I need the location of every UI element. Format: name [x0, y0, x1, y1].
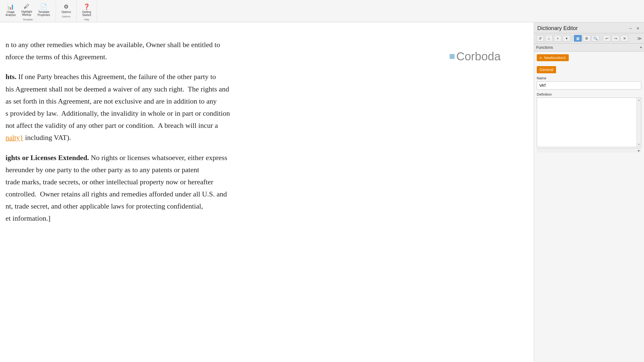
getting-started-button[interactable]: ❓ GettingStarted	[80, 2, 93, 18]
options-group-label: Options	[62, 15, 70, 18]
toolbar-redo-button[interactable]: ↪	[612, 35, 619, 42]
usage-analysis-icon: 📊	[7, 3, 14, 10]
doc-bold-rights-licenses: ights or Licenses Extended.	[6, 154, 89, 162]
definition-scrollbar: ▲ ▼	[637, 98, 641, 147]
functions-arrow-icon[interactable]: ▾	[640, 45, 642, 49]
doc-paragraph-2: hts. If one Party breaches this Agreemen…	[6, 71, 254, 144]
doc-highlight-penalty: nalty}	[6, 134, 23, 142]
highlight-markup-button[interactable]: 🖊 HighlightMarkup	[19, 2, 34, 18]
options-button[interactable]: ⚙ Options	[59, 2, 73, 15]
toolbar-add-dropdown-button[interactable]: ▾	[563, 35, 570, 42]
toolbar-separator-1	[572, 36, 572, 41]
doc-paragraph-1: n to any other remedies which may be ava…	[6, 39, 254, 63]
function-icon: fn	[540, 56, 542, 60]
functions-label: Functions	[536, 45, 553, 50]
scrollbar-down-icon[interactable]: ▼	[637, 143, 641, 146]
panel-header-icons: ─ ✕	[628, 26, 641, 31]
dictionary-editor-panel: Dictionary Editor ─ ✕ ↺ ⌂ + ▾ ▦ ⚙ 🔍 ↩ ↪ …	[534, 22, 644, 362]
toolbar-expand-icon[interactable]: ≫	[637, 36, 642, 41]
panel-header: Dictionary Editor ─ ✕	[534, 22, 644, 33]
help-group-label: Help	[84, 18, 89, 21]
function-chip-label: Newfunction1	[544, 56, 566, 60]
main-area: Corboda n to any other remedies which ma…	[0, 22, 644, 362]
toolbar-undo-button[interactable]: ↩	[603, 35, 611, 42]
template-properties-icon: 📄	[40, 3, 47, 10]
ribbon-group-options: ⚙ Options Options	[56, 1, 77, 22]
panel-content: fn Newfunction1 General Name Definition …	[534, 52, 644, 362]
usage-analysis-button[interactable]: 📊 UsageAnalysis	[3, 2, 18, 18]
options-icon: ⚙	[64, 3, 69, 10]
getting-started-icon: ❓	[83, 3, 90, 10]
toolbar-settings-button[interactable]: ⚙	[583, 35, 591, 42]
newfunction1-chip[interactable]: fn Newfunction1	[537, 54, 569, 61]
template-group-label: Template	[23, 18, 33, 21]
general-section: General Name Definition ▲ ▼ ▶	[537, 66, 641, 153]
highlight-icon: 🖊	[24, 3, 29, 10]
document-text: n to any other remedies which may be ava…	[6, 39, 254, 225]
toolbar-add-button[interactable]: +	[554, 35, 562, 42]
ribbon-buttons-help: ❓ GettingStarted	[80, 2, 93, 18]
doc-paragraph-3: ights or Licenses Extended. No rights or…	[6, 152, 254, 225]
close-panel-icon[interactable]: ✕	[635, 26, 641, 31]
toolbar-separator-2	[601, 36, 601, 41]
logo-square	[450, 54, 455, 59]
scrollbar-right-icon[interactable]: ▶	[637, 149, 641, 152]
functions-dropdown-bar[interactable]: Functions ▾	[534, 44, 644, 52]
panel-title: Dictionary Editor	[537, 25, 578, 31]
doc-bold-rights: hts.	[6, 73, 17, 81]
ribbon-buttons-options: ⚙ Options	[59, 2, 73, 15]
logo-text: Corboda	[456, 50, 501, 63]
ribbon-buttons-template: 📊 UsageAnalysis 🖊 HighlightMarkup 📄 Temp…	[3, 2, 52, 18]
toolbar-refresh-button[interactable]: ↺	[536, 35, 544, 42]
toolbar-close-button[interactable]: ✕	[621, 35, 628, 42]
pin-icon[interactable]: ─	[628, 26, 633, 31]
definition-label: Definition	[537, 92, 641, 96]
definition-textarea[interactable]	[537, 98, 641, 147]
toolbar-search-button[interactable]: 🔍	[592, 35, 599, 42]
document-area: Corboda n to any other remedies which ma…	[0, 22, 534, 362]
ribbon: 📊 UsageAnalysis 🖊 HighlightMarkup 📄 Temp…	[0, 0, 644, 22]
definition-bottom-scrollbar: ▶	[537, 148, 641, 153]
ribbon-group-template: 📊 UsageAnalysis 🖊 HighlightMarkup 📄 Temp…	[0, 1, 56, 22]
document-logo: Corboda	[450, 50, 501, 63]
ribbon-group-help: ❓ GettingStarted Help	[77, 1, 97, 22]
toolbar-grid-button[interactable]: ▦	[574, 35, 582, 42]
toolbar-home-button[interactable]: ⌂	[545, 35, 553, 42]
general-section-header: General	[537, 66, 556, 73]
definition-textarea-wrapper: ▲ ▼	[537, 98, 641, 147]
scrollbar-up-icon[interactable]: ▲	[637, 98, 641, 102]
function-chip-container: fn Newfunction1	[537, 54, 641, 61]
name-input[interactable]	[537, 81, 641, 90]
name-label: Name	[537, 76, 641, 80]
panel-toolbar: ↺ ⌂ + ▾ ▦ ⚙ 🔍 ↩ ↪ ✕ ≫	[534, 33, 644, 44]
template-properties-button[interactable]: 📄 TemplateProperties	[35, 2, 52, 18]
